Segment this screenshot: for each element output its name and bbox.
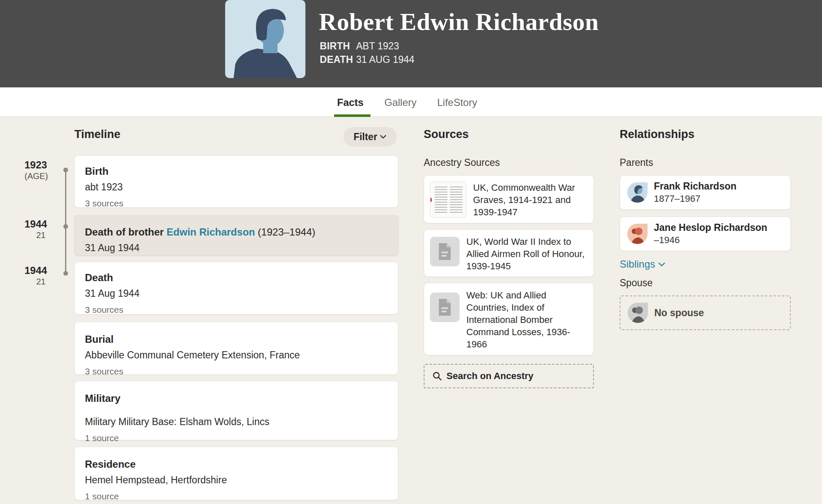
source-title: UK, World War II Index to Allied Airmen … bbox=[466, 236, 588, 272]
document-scan-thumbnail bbox=[430, 182, 466, 218]
filter-button[interactable]: Filter bbox=[343, 127, 397, 146]
event-title: Death bbox=[85, 271, 388, 284]
female-avatar-icon bbox=[627, 224, 648, 244]
siblings-expander[interactable]: Siblings bbox=[620, 258, 665, 270]
event-source-count: 1 source bbox=[85, 433, 388, 443]
female-avatar-icon bbox=[628, 303, 648, 323]
event-subtitle: 31 Aug 1944 bbox=[85, 287, 388, 299]
event-subtitle: 31 Aug 1944 bbox=[85, 242, 388, 254]
timeline-heading: Timeline bbox=[74, 128, 120, 141]
timeline-rail bbox=[65, 170, 66, 274]
profile-tabbar: Facts Gallery LifeStory bbox=[0, 87, 822, 117]
event-title: Death of brother Edwin Richardson (1923–… bbox=[85, 226, 388, 238]
search-on-ancestry-button[interactable]: Search on Ancestry bbox=[424, 364, 594, 388]
event-title: Military bbox=[85, 392, 388, 405]
parent-dates: –1946 bbox=[654, 235, 767, 246]
ancestry-sources-subheading: Ancestry Sources bbox=[424, 157, 500, 168]
timeline-card-birth[interactable]: Birth abt 1923 3 sources bbox=[74, 155, 398, 208]
relationships-heading: Relationships bbox=[620, 128, 694, 141]
event-title-suffix: (1923–1944) bbox=[255, 226, 316, 238]
timeline-card-death-of-brother[interactable]: Death of brother Edwin Richardson (1923–… bbox=[74, 215, 398, 256]
source-card[interactable]: UK, Commonwealth War Graves, 1914-1921 a… bbox=[424, 175, 594, 223]
event-title-prefix: Death of brother bbox=[85, 226, 166, 238]
event-year: 1944 bbox=[24, 265, 46, 276]
event-title: Residence bbox=[85, 458, 388, 471]
death-fact: DEATH31 AUG 1944 bbox=[320, 54, 414, 65]
event-subtitle: abt 1923 bbox=[85, 181, 388, 193]
source-title: UK, Commonwealth War Graves, 1914-1921 a… bbox=[473, 182, 588, 217]
event-year: 1944 bbox=[24, 218, 46, 230]
active-tab-underline bbox=[334, 114, 370, 117]
tab-lifestory[interactable]: LifeStory bbox=[437, 97, 477, 108]
siblings-label: Siblings bbox=[620, 258, 655, 270]
parent-name: Jane Heslop Richardson bbox=[654, 222, 767, 233]
event-age: 21 bbox=[24, 277, 46, 287]
death-value: 31 AUG 1944 bbox=[356, 54, 414, 65]
tab-gallery[interactable]: Gallery bbox=[384, 97, 416, 108]
event-subtitle: Military Military Base: Elsham Wolds, Li… bbox=[85, 416, 388, 428]
parent-card-mother[interactable]: Jane Heslop Richardson –1946 bbox=[620, 217, 791, 251]
birth-fact: BIRTHABT 1923 bbox=[320, 41, 399, 52]
chevron-down-icon bbox=[380, 135, 387, 139]
event-source-count: 3 sources bbox=[85, 198, 388, 209]
event-source-count: 3 sources bbox=[85, 305, 388, 315]
filter-label: Filter bbox=[354, 131, 377, 143]
search-icon bbox=[432, 371, 442, 381]
document-icon bbox=[430, 237, 460, 266]
document-icon bbox=[430, 293, 460, 322]
timeline-card-death[interactable]: Death 31 Aug 1944 3 sources bbox=[74, 262, 398, 314]
parent-card-father[interactable]: Frank Richardson 1877–1967 bbox=[620, 175, 791, 210]
event-subtitle: Abbeville Communal Cemetery Extension, F… bbox=[85, 349, 388, 361]
event-title: Birth bbox=[85, 165, 388, 178]
timeline-dot bbox=[63, 224, 68, 229]
death-label: DEATH bbox=[320, 54, 356, 65]
brother-link[interactable]: Edwin Richardson bbox=[166, 226, 255, 238]
male-silhouette-image bbox=[225, 0, 305, 78]
source-card[interactable]: Web: UK and Allied Countries, Index of I… bbox=[424, 283, 594, 355]
event-year: 1923 bbox=[24, 159, 46, 171]
page-title: Robert Edwin Richardson bbox=[319, 8, 599, 36]
birth-label: BIRTH bbox=[320, 41, 356, 52]
event-title: Burial bbox=[85, 333, 388, 346]
timeline-card-residence[interactable]: Residence Hemel Hempstead, Hertfordshire… bbox=[74, 447, 398, 500]
parent-name: Frank Richardson bbox=[654, 181, 737, 192]
timeline-dot bbox=[63, 168, 68, 172]
male-avatar-icon bbox=[627, 182, 648, 203]
event-subtitle: Hemel Hempstead, Hertfordshire bbox=[85, 474, 388, 486]
parent-dates: 1877–1967 bbox=[654, 193, 737, 204]
source-card[interactable]: UK, World War II Index to Allied Airmen … bbox=[424, 229, 594, 277]
no-spouse-label: No spouse bbox=[654, 307, 704, 319]
profile-header: Robert Edwin Richardson BIRTHABT 1923 DE… bbox=[0, 0, 822, 87]
person-profile-page: Robert Edwin Richardson BIRTHABT 1923 DE… bbox=[0, 0, 822, 504]
profile-photo[interactable] bbox=[225, 0, 305, 78]
sources-heading: Sources bbox=[424, 128, 469, 141]
event-age: 21 bbox=[24, 230, 46, 240]
timeline-card-military[interactable]: Military Military Military Base: Elsham … bbox=[74, 381, 398, 440]
search-on-ancestry-label: Search on Ancestry bbox=[446, 371, 533, 382]
parents-subheading: Parents bbox=[620, 157, 653, 168]
tab-facts[interactable]: Facts bbox=[337, 97, 364, 108]
event-source-count: 1 source bbox=[85, 491, 388, 501]
birth-value: ABT 1923 bbox=[356, 41, 399, 51]
source-title: Web: UK and Allied Countries, Index of I… bbox=[466, 289, 588, 350]
chevron-down-icon bbox=[658, 262, 665, 267]
timeline-card-burial[interactable]: Burial Abbeville Communal Cemetery Exten… bbox=[74, 322, 398, 375]
spouse-subheading: Spouse bbox=[620, 277, 653, 289]
timeline-dot bbox=[63, 271, 68, 276]
event-age: (AGE) bbox=[24, 171, 46, 181]
event-source-count: 3 sources bbox=[85, 366, 388, 377]
no-spouse-card[interactable]: No spouse bbox=[620, 295, 791, 330]
